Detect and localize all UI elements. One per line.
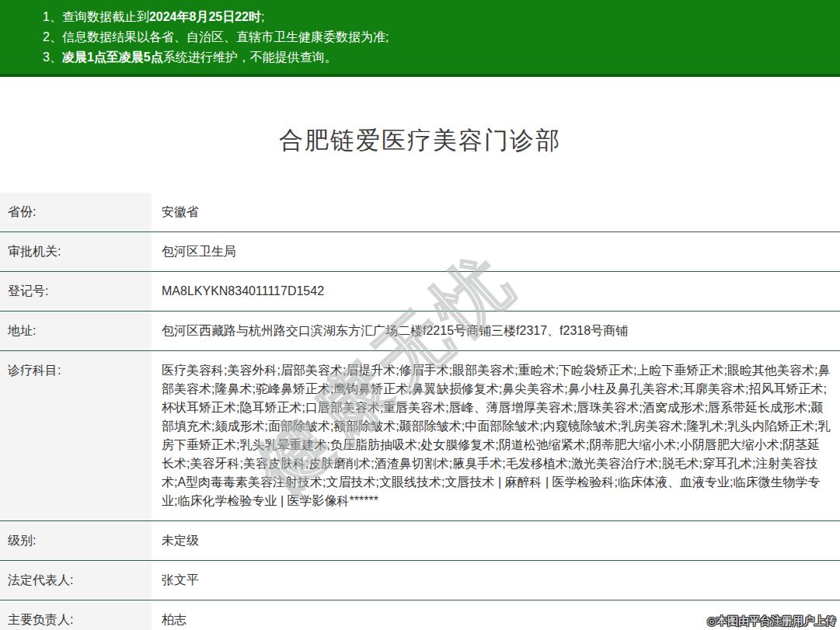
notice-line-1: 1、查询数据截止到2024年8月25日22时; [43,7,824,27]
notice-number: 2、 [43,30,62,44]
notice-text: 查询数据截止到 [62,10,149,23]
table-row-level: 级别: 未定级 [0,521,840,561]
row-label: 审批机关: [0,232,152,271]
notice-line-3: 3、凌晨1点至凌晨5点系统进行维护，不能提供查询。 [43,47,824,68]
notice-text: 信息数据结果以各省、自治区、直辖市卫生健康委数据为准; [62,30,389,44]
notice-text-bold: 凌晨1点至凌晨5点 [62,50,163,64]
table-row-province: 省份: 安徽省 [0,193,840,232]
header-notice: 1、查询数据截止到2024年8月25日22时; 2、信息数据结果以各省、自治区、… [0,0,840,77]
table-row-legal-representative: 法定代表人: 张文平 [0,561,840,600]
row-label: 地址: [0,312,152,350]
row-value: 医疗美容科;美容外科;眉部美容术;眉提升术;修眉手术;眼部美容术;重睑术;下睑袋… [152,351,840,520]
table-row-address: 地址: 包河区西藏路与杭州路交口滨湖东方汇广场二楼f2215号商铺三楼f2317… [0,312,840,351]
row-label: 级别: [0,521,152,560]
row-value: 张文平 [152,561,840,600]
notice-number: 3、 [43,50,62,64]
institution-info-table: 省份: 安徽省 审批机关: 包河区卫生局 登记号: MA8LKYKN834011… [0,193,840,630]
row-value: 未定级 [152,521,840,560]
table-row-treatment-subjects: 诊疗科目: 医疗美容科;美容外科;眉部美容术;眉提升术;修眉手术;眼部美容术;重… [0,351,840,521]
row-value: 安徽省 [152,193,840,231]
title-section: 合肥链爱医疗美容门诊部 [0,108,840,173]
row-value: MA8LKYKN834011117D1542 [152,272,840,311]
notice-text-bold: 2024年8月25日22时 [149,10,261,23]
row-value: 包河区卫生局 [152,232,840,271]
notice-line-2: 2、信息数据结果以各省、自治区、直辖市卫生健康委数据为准; [43,27,824,47]
notice-text: 系统进行维护，不能提供查询。 [163,50,337,64]
page-title: 合肥链爱医疗美容门诊部 [279,124,561,157]
table-row-approval-authority: 审批机关: 包河区卫生局 [0,232,840,272]
row-value: 包河区西藏路与杭州路交口滨湖东方汇广场二楼f2215号商铺三楼f2317、f23… [152,312,840,350]
notice-text: ; [261,10,264,23]
row-label: 省份: [0,193,152,231]
table-row-registration-number: 登记号: MA8LKYKN834011117D1542 [0,272,840,312]
footer-upload-credit: ◎本图由平台注册用户上传 [707,614,836,628]
row-label: 法定代表人: [0,561,152,600]
row-label: 诊疗科目: [0,351,152,520]
row-label: 登记号: [0,272,152,311]
notice-number: 1、 [43,10,62,23]
row-label: 主要负责人: [0,600,152,630]
